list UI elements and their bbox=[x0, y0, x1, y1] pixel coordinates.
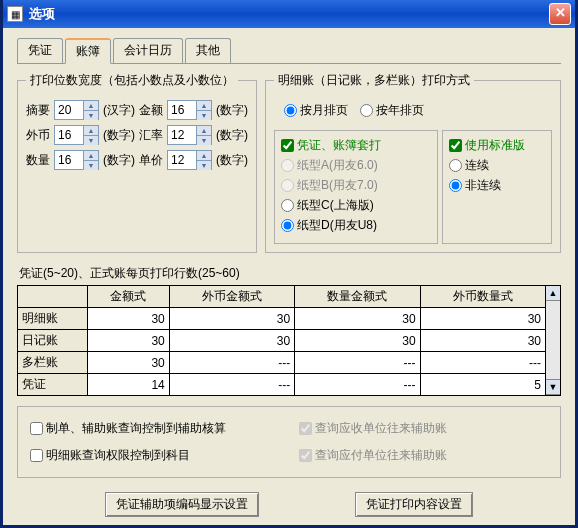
check-use-standard[interactable]: 使用标准版 bbox=[449, 137, 545, 154]
spinner-price[interactable]: ▲▼ bbox=[167, 150, 212, 170]
label-foreign: 外币 bbox=[26, 127, 50, 144]
print-width-legend: 打印位数宽度（包括小数点及小数位） bbox=[26, 72, 238, 89]
options-dialog: ▦ 选项 ✕ 凭证 账簿 会计日历 其他 打印位数宽度（包括小数点及小数位） 摘… bbox=[0, 0, 578, 528]
detail-legend: 明细账（日记账，多栏账）打印方式 bbox=[274, 72, 474, 89]
table-row: 多栏账30--------- bbox=[18, 352, 546, 374]
app-icon: ▦ bbox=[7, 6, 23, 22]
btn-aux-code-display[interactable]: 凭证辅助项编码显示设置 bbox=[105, 492, 259, 517]
radio-noncontinuous[interactable]: 非连续 bbox=[449, 177, 545, 194]
radio-paper-d[interactable]: 纸型D(用友U8) bbox=[281, 217, 431, 234]
titlebar: ▦ 选项 ✕ bbox=[3, 0, 575, 28]
radio-paper-c[interactable]: 纸型C(上海版) bbox=[281, 197, 431, 214]
table-row: 凭证14------5 bbox=[18, 374, 546, 396]
btn-print-content[interactable]: 凭证打印内容设置 bbox=[355, 492, 473, 517]
radio-by-month[interactable]: 按月排页 bbox=[284, 102, 348, 119]
table-scrollbar[interactable]: ▲▼ bbox=[546, 285, 561, 396]
spinner-amount[interactable]: ▲▼ bbox=[167, 100, 212, 120]
spinner-foreign[interactable]: ▲▼ bbox=[54, 125, 99, 145]
check-detail-perm[interactable]: 明细账查询权限控制到科目 bbox=[30, 447, 279, 464]
tab-ledger[interactable]: 账簿 bbox=[65, 38, 111, 64]
check-aux-query[interactable]: 制单、辅助账查询控制到辅助核算 bbox=[30, 420, 279, 437]
lower-options-group: 制单、辅助账查询控制到辅助核算 查询应收单位往来辅助账 明细账查询权限控制到科目… bbox=[17, 406, 561, 478]
radio-paper-a: 纸型A(用友6.0) bbox=[281, 157, 431, 174]
label-amount: 金额 bbox=[139, 102, 163, 119]
table-title: 凭证(5~20)、正式账每页打印行数(25~60) bbox=[19, 265, 561, 282]
check-voucher-ledger[interactable]: 凭证、账簿套打 bbox=[281, 137, 431, 154]
radio-continuous[interactable]: 连续 bbox=[449, 157, 545, 174]
window-title: 选项 bbox=[29, 5, 549, 23]
radio-by-year[interactable]: 按年排页 bbox=[360, 102, 424, 119]
print-lines-table: 金额式 外币金额式 数量金额式 外币数量式 明细账30303030 日记账303… bbox=[17, 285, 546, 396]
label-abstract: 摘要 bbox=[26, 102, 50, 119]
scroll-up-icon: ▲ bbox=[546, 286, 560, 301]
spinner-rate[interactable]: ▲▼ bbox=[167, 125, 212, 145]
tab-voucher[interactable]: 凭证 bbox=[17, 38, 63, 63]
table-row: 日记账30303030 bbox=[18, 330, 546, 352]
table-row: 明细账30303030 bbox=[18, 308, 546, 330]
tab-calendar[interactable]: 会计日历 bbox=[113, 38, 183, 63]
spinner-abstract[interactable]: ▲▼ bbox=[54, 100, 99, 120]
scroll-down-icon: ▼ bbox=[546, 380, 560, 395]
label-price: 单价 bbox=[139, 152, 163, 169]
tab-bar: 凭证 账簿 会计日历 其他 bbox=[17, 38, 561, 64]
radio-paper-b: 纸型B(用友7.0) bbox=[281, 177, 431, 194]
check-recv-aux: 查询应收单位往来辅助账 bbox=[299, 420, 548, 437]
detail-print-group: 明细账（日记账，多栏账）打印方式 按月排页 按年排页 凭证、账簿套打 纸型A(用… bbox=[265, 72, 561, 253]
print-width-group: 打印位数宽度（包括小数点及小数位） 摘要 ▲▼ (汉字) 金额 ▲▼ (数字) … bbox=[17, 72, 257, 253]
check-pay-aux: 查询应付单位往来辅助账 bbox=[299, 447, 548, 464]
tab-other[interactable]: 其他 bbox=[185, 38, 231, 63]
spinner-qty[interactable]: ▲▼ bbox=[54, 150, 99, 170]
close-icon[interactable]: ✕ bbox=[549, 3, 571, 25]
label-rate: 汇率 bbox=[139, 127, 163, 144]
label-qty: 数量 bbox=[26, 152, 50, 169]
